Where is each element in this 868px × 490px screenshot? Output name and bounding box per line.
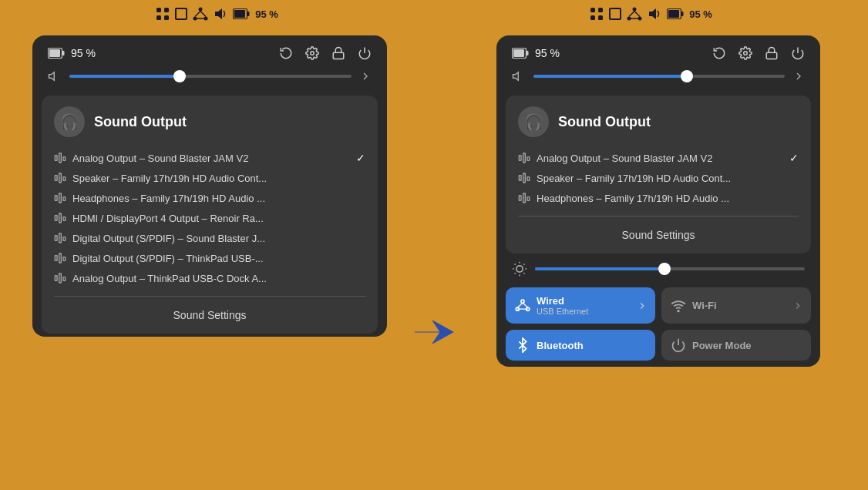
power-mode-text: Power Mode	[692, 340, 752, 351]
right-volume-row	[496, 66, 820, 92]
right-brightness-slider[interactable]	[535, 267, 805, 270]
wifi-label: Wi-Fi	[692, 300, 717, 311]
r-sound-card-divider	[518, 216, 799, 216]
r-sound-item-text-1: Analog Output – Sound Blaster JAM V2	[537, 153, 783, 164]
chevron-right-right[interactable]	[792, 70, 805, 82]
grid-icon-r[interactable]	[590, 7, 604, 21]
r-audio-icon-2	[518, 172, 530, 184]
svg-rect-36	[59, 153, 62, 163]
svg-marker-62	[513, 72, 519, 81]
right-sound-item-1[interactable]: Analog Output – Sound Blaster JAM V2 ✓	[518, 148, 799, 168]
power-icon-left[interactable]	[358, 46, 372, 60]
arrow-container	[407, 35, 461, 482]
volume-icon-left[interactable]	[48, 69, 62, 83]
svg-rect-54	[59, 274, 62, 283]
rotate-icon-right[interactable]	[712, 46, 726, 60]
svg-rect-49	[63, 237, 66, 241]
system-bar-right: 95 %	[434, 0, 868, 28]
wifi-button[interactable]: Wi-Fi	[661, 287, 811, 324]
left-volume-slider[interactable]	[69, 75, 352, 78]
battery-icon-right	[512, 48, 529, 59]
square-icon[interactable]	[175, 8, 187, 20]
volume-icon-bar-r[interactable]	[648, 7, 661, 21]
svg-rect-51	[59, 253, 62, 263]
square-icon-r[interactable]	[609, 8, 621, 20]
sound-item-2[interactable]: Speaker – Family 17h/19h HD Audio Cont..…	[54, 168, 365, 188]
svg-rect-27	[681, 12, 684, 16]
battery-icon-left	[48, 48, 65, 59]
audio-device-icon-4	[54, 212, 66, 224]
svg-line-84	[517, 303, 523, 307]
volume-icon-bar[interactable]	[214, 7, 227, 21]
sound-item-1[interactable]: Analog Output – Sound Blaster JAM V2 ✓	[54, 148, 365, 168]
volume-icon-right[interactable]	[512, 69, 526, 83]
right-sound-card-header: 🎧 Sound Output	[518, 106, 799, 137]
chevron-right-left[interactable]	[359, 70, 372, 82]
sound-settings-button-left[interactable]: Sound Settings	[54, 304, 365, 323]
svg-line-80	[523, 264, 524, 265]
wired-sublabel: USB Ethernet	[537, 307, 588, 316]
svg-line-75	[515, 264, 516, 265]
power-icon-right[interactable]	[791, 46, 805, 60]
left-battery-display: 95 %	[48, 47, 96, 59]
right-volume-slider[interactable]	[533, 75, 785, 78]
right-popup: 95 %	[496, 35, 820, 367]
grid-icon[interactable]	[156, 7, 170, 21]
audio-device-icon-6	[54, 252, 66, 264]
svg-rect-67	[523, 173, 526, 183]
right-arrow	[411, 313, 457, 351]
audio-device-icon-7	[54, 272, 66, 284]
brightness-icon-right[interactable]	[512, 261, 527, 277]
svg-rect-37	[63, 157, 66, 161]
svg-rect-12	[234, 10, 245, 18]
svg-rect-57	[513, 49, 524, 57]
network-icon[interactable]	[193, 7, 208, 21]
sound-item-text-5: Digital Output (S/PDIF) – Sound Blaster …	[72, 233, 365, 244]
wired-ethernet-icon	[515, 298, 530, 314]
sound-item-text-6: Digital Output (S/PDIF) – ThinkPad USB-.…	[72, 253, 365, 264]
svg-point-87	[678, 310, 679, 311]
svg-rect-17	[598, 15, 603, 20]
svg-rect-35	[55, 156, 57, 161]
left-battery-text: 95 %	[71, 47, 96, 59]
sound-item-3[interactable]: Headphones – Family 17h/19h HD Audio ...	[54, 188, 365, 208]
sound-item-4[interactable]: HDMI / DisplayPort 4 Output – Renoir Ra.…	[54, 208, 365, 228]
network-icon-r[interactable]	[627, 7, 642, 21]
left-panel: 95 %	[12, 35, 407, 482]
lock-icon-left[interactable]	[331, 46, 345, 60]
lock-icon-right[interactable]	[765, 46, 779, 60]
svg-rect-47	[55, 236, 57, 241]
sound-card-divider	[54, 296, 365, 297]
svg-rect-68	[527, 177, 530, 181]
sound-settings-button-right[interactable]: Sound Settings	[518, 224, 799, 243]
svg-rect-45	[59, 213, 62, 223]
sound-item-5[interactable]: Digital Output (S/PDIF) – Sound Blaster …	[54, 228, 365, 248]
svg-rect-15	[598, 8, 603, 12]
gear-icon-left[interactable]	[305, 46, 319, 60]
rotate-icon-left[interactable]	[279, 46, 293, 60]
bluetooth-button[interactable]: Bluetooth	[506, 330, 655, 361]
wired-ethernet-button[interactable]: Wired USB Ethernet	[506, 287, 655, 324]
sound-item-6[interactable]: Digital Output (S/PDIF) – ThinkPad USB-.…	[54, 248, 365, 268]
right-battery-display: 95 %	[512, 47, 560, 59]
svg-point-81	[521, 300, 524, 303]
audio-device-icon-1	[54, 152, 66, 164]
gear-icon-right[interactable]	[738, 46, 752, 60]
left-popup: 95 %	[32, 35, 387, 337]
battery-icon-bar	[233, 8, 250, 19]
svg-rect-48	[59, 233, 62, 243]
svg-rect-46	[63, 217, 66, 221]
right-sound-item-3[interactable]: Headphones – Family 17h/19h HD Audio ...	[518, 188, 799, 208]
svg-point-31	[311, 52, 315, 55]
sound-item-7[interactable]: Analog Output – ThinkPad USB-C Dock A...	[54, 268, 365, 288]
svg-rect-66	[519, 176, 521, 181]
right-sound-item-2[interactable]: Speaker – Family 17h/19h HD Audio Cont..…	[518, 168, 799, 188]
power-mode-button[interactable]: Power Mode	[661, 330, 811, 361]
right-panel: 95 %	[461, 35, 856, 482]
svg-rect-65	[527, 157, 530, 161]
svg-rect-64	[523, 153, 526, 163]
svg-line-79	[515, 273, 516, 274]
svg-rect-58	[527, 51, 529, 55]
svg-rect-30	[62, 51, 65, 55]
svg-marker-10	[215, 8, 222, 19]
